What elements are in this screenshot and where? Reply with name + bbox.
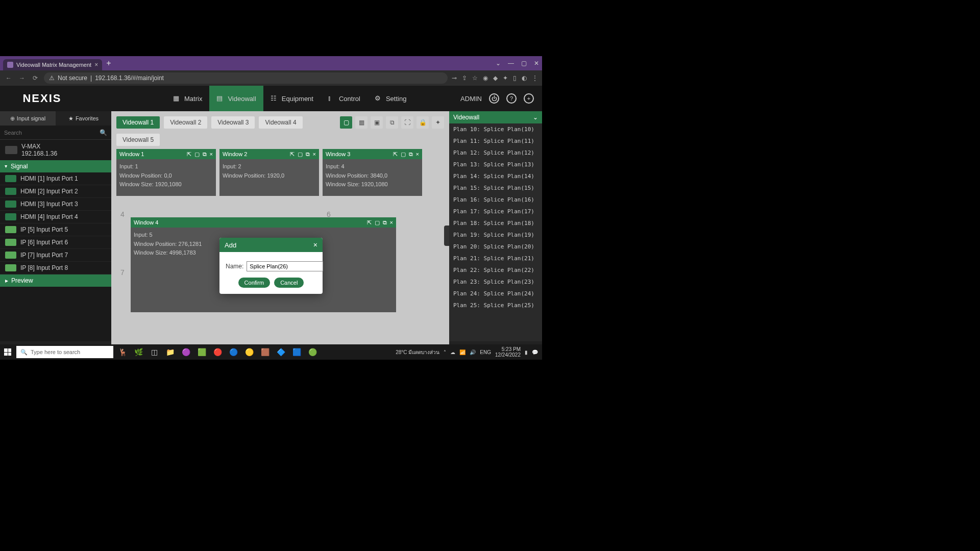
browser-tab[interactable]: Videowall Matrix Management × <box>3 59 102 70</box>
device-item[interactable]: V-MAX 192.168.1.36 <box>0 140 111 160</box>
app5-icon[interactable]: 🔷 <box>274 345 288 359</box>
app1-icon[interactable]: 🟣 <box>179 345 193 359</box>
close-icon[interactable]: × <box>416 151 419 158</box>
modal-close-icon[interactable]: × <box>313 241 317 249</box>
close-icon[interactable]: × <box>210 151 213 158</box>
close-icon[interactable]: × <box>390 219 393 226</box>
cloud-icon[interactable]: ☁ <box>450 349 455 355</box>
plan-item[interactable]: Plan 22: Splice Plan(22) <box>449 264 542 276</box>
back-icon[interactable]: ← <box>4 74 13 82</box>
plan-item[interactable]: Plan 19: Splice Plan(19) <box>449 229 542 241</box>
emoji2-icon[interactable]: 🌿 <box>131 345 145 359</box>
maximize-icon[interactable]: ▢ <box>194 151 200 158</box>
weather-widget[interactable]: 28°C มีแดดบางส่วน <box>396 348 439 356</box>
close-icon[interactable]: ✕ <box>534 60 539 67</box>
app2-icon[interactable]: 🔵 <box>226 345 240 359</box>
tab-videowall-1[interactable]: Videowall 1 <box>116 116 160 129</box>
maximize-icon[interactable]: ▢ <box>375 219 380 226</box>
port-item[interactable]: HDMI [2] Input Port 2 <box>0 185 111 198</box>
confirm-button[interactable]: Confirm <box>238 278 271 288</box>
share-icon[interactable]: ⇪ <box>462 74 467 82</box>
plan-item[interactable]: Plan 12: Splice Plan(12) <box>449 147 542 159</box>
section-signal[interactable]: ▸Signal <box>0 160 111 172</box>
nav-control[interactable]: ⫿Control <box>321 86 368 111</box>
star-icon[interactable]: ☆ <box>472 74 478 82</box>
plan-item[interactable]: Plan 24: Splice Plan(24) <box>449 288 542 299</box>
excel-icon[interactable]: 🟩 <box>194 345 209 359</box>
plan-item[interactable]: Plan 18: Splice Plan(18) <box>449 217 542 229</box>
search-input[interactable] <box>4 130 100 136</box>
lang-indicator[interactable]: ENG <box>480 349 491 355</box>
restore-icon[interactable]: ⧉ <box>203 151 207 158</box>
tray-app-icon[interactable]: ▮ <box>525 349 528 355</box>
new-tab-button[interactable]: + <box>106 59 111 68</box>
maximize-icon[interactable]: ▢ <box>401 151 406 158</box>
tab-videowall-4[interactable]: Videowall 4 <box>259 116 302 129</box>
taskview-icon[interactable]: ◫ <box>147 345 161 359</box>
volume-icon[interactable]: 🔊 <box>470 349 476 355</box>
restore-icon[interactable]: ⧉ <box>306 151 310 158</box>
restore-icon[interactable]: ⧉ <box>383 219 387 226</box>
tool-single[interactable]: ▢ <box>340 116 352 129</box>
window-2[interactable]: Window 2⇱▢⧉× Input: 2Window Position: 19… <box>219 149 319 196</box>
plan-item[interactable]: Plan 11: Splice Plan(11) <box>449 135 542 147</box>
restore-icon[interactable]: ⧉ <box>409 151 413 158</box>
tab-videowall-5[interactable]: Videowall 5 <box>116 134 160 146</box>
add-icon[interactable]: + <box>524 93 534 104</box>
maximize-icon[interactable]: ▢ <box>521 60 527 67</box>
avatar-icon[interactable]: ◐ <box>522 74 527 82</box>
tool-fullscreen[interactable]: ⛶ <box>401 116 413 129</box>
popout-icon[interactable]: ⇱ <box>187 151 191 158</box>
power-icon[interactable]: ⏻ <box>489 93 499 104</box>
tab-videowall-3[interactable]: Videowall 3 <box>211 116 255 129</box>
tool-lock[interactable]: 🔒 <box>416 116 429 129</box>
ext2-icon[interactable]: ◆ <box>493 74 498 82</box>
maximize-icon[interactable]: ▢ <box>298 151 303 158</box>
reload-icon[interactable]: ⟳ <box>31 74 40 82</box>
key-icon[interactable]: ⊸ <box>452 74 457 82</box>
tool-capture[interactable]: ⧉ <box>386 116 398 129</box>
section-preview[interactable]: ▸Preview <box>0 274 111 287</box>
popout-icon[interactable]: ⇱ <box>367 219 372 226</box>
tool-clear[interactable]: ✦ <box>432 116 444 129</box>
plan-item[interactable]: Plan 14: Splice Plan(14) <box>449 170 542 182</box>
name-input[interactable] <box>247 261 323 271</box>
port-item[interactable]: IP [7] Input Port 7 <box>0 249 111 262</box>
explorer-icon[interactable]: 📁 <box>163 345 177 359</box>
nav-equipment[interactable]: ☷Equipment <box>263 86 321 111</box>
chevron-down-icon[interactable]: ⌄ <box>533 114 538 121</box>
taskbar-search[interactable]: 🔍Type here to search <box>16 346 113 358</box>
tool-grid[interactable]: ▦ <box>355 116 368 129</box>
rightpanel-collapse-handle[interactable] <box>444 226 449 246</box>
minimize-icon[interactable]: — <box>508 60 514 67</box>
plan-item[interactable]: Plan 10: Splice Plan(10) <box>449 123 542 135</box>
line-icon[interactable]: 🟢 <box>305 345 320 359</box>
plan-item[interactable]: Plan 21: Splice Plan(21) <box>449 253 542 264</box>
port-item[interactable]: IP [8] Input Port 8 <box>0 262 111 274</box>
app3-icon[interactable]: 🟡 <box>242 345 256 359</box>
tray-chevron-icon[interactable]: ˄ <box>444 349 446 355</box>
plan-item[interactable]: Plan 25: Splice Plan(25) <box>449 299 542 311</box>
plan-item[interactable]: Plan 16: Splice Plan(16) <box>449 194 542 206</box>
tab-close-icon[interactable]: × <box>94 61 98 68</box>
cancel-button[interactable]: Cancel <box>274 278 304 288</box>
sidebar-tab-favorites[interactable]: ★Favorites <box>56 111 111 126</box>
port-item[interactable]: HDMI [3] Input Port 3 <box>0 198 111 211</box>
user-label[interactable]: ADMIN <box>460 95 482 103</box>
plan-item[interactable]: Plan 23: Splice Plan(23) <box>449 276 542 288</box>
puzzle-icon[interactable]: ✦ <box>503 74 508 82</box>
nav-setting[interactable]: ⚙Setting <box>368 86 413 111</box>
url-input[interactable]: ⚠ Not secure | 192.168.1.36/#/main/joint <box>44 72 448 84</box>
tab-videowall-2[interactable]: Videowall 2 <box>164 116 207 129</box>
port-item[interactable]: HDMI [4] Input Port 4 <box>0 211 111 223</box>
plan-item[interactable]: Plan 20: Splice Plan(20) <box>449 241 542 253</box>
close-icon[interactable]: × <box>313 151 316 158</box>
app4-icon[interactable]: 🟫 <box>258 345 272 359</box>
ext1-icon[interactable]: ◉ <box>483 74 488 82</box>
window-3[interactable]: Window 3⇱▢⧉× Input: 4Window Position: 38… <box>323 149 422 196</box>
chrome-icon[interactable]: 🔴 <box>210 345 225 359</box>
forward-icon[interactable]: → <box>17 74 27 82</box>
search-icon[interactable]: 🔍 <box>100 129 107 136</box>
plan-item[interactable]: Plan 15: Splice Plan(15) <box>449 182 542 194</box>
clock[interactable]: 5:23 PM12/24/2022 <box>495 346 521 358</box>
